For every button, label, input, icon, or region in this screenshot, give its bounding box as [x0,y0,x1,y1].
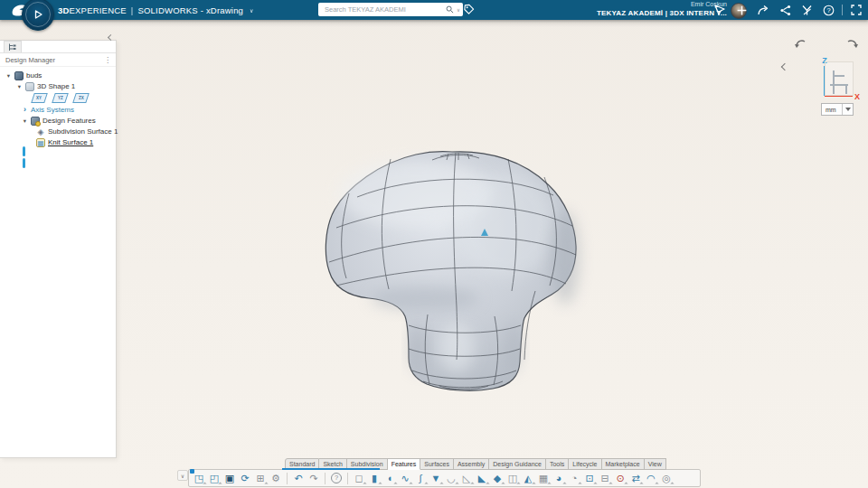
physical-product-icon [14,71,24,80]
panel-title: Design Manager [5,56,55,64]
tree-item-axis-systems[interactable]: › Axis Systems [0,105,116,115]
tenant-name: TEKYAZ AKADEMİ | 3DX INTERN T... [597,9,727,18]
loft-icon[interactable]: ▼ [429,471,443,485]
expander-open-icon[interactable]: ▾ [22,117,28,125]
draft-icon[interactable]: ◺ [459,471,474,485]
edit-indicator-bar [23,158,25,168]
view-back-chevron[interactable] [779,61,790,72]
tree-icon [8,43,17,52]
tree-item-buds[interactable]: ▾ buds [0,70,116,80]
svg-text:?: ? [826,6,830,14]
tab-lifecycle[interactable]: Lifecycle [569,458,601,470]
tab-features[interactable]: Features [388,458,421,470]
tag-icon[interactable] [463,4,475,15]
tab-design-guidance[interactable]: Design Guidance [489,458,546,470]
separator[interactable] [347,473,348,484]
tab-view[interactable]: View [645,458,666,470]
extrude-icon[interactable]: ▮ [367,471,382,485]
add-icon[interactable] [733,2,750,18]
edit-indicator-bar [23,146,25,156]
tab-assembly[interactable]: Assembly [454,458,489,470]
plane-yz-icon[interactable]: YZ [52,93,69,103]
tree-item-subdivision-surface[interactable]: ◈ Subdivision Surface 1 [0,127,116,136]
tree-item-planes: XY YZ ZX [0,92,116,104]
collaborate-icon[interactable] [777,2,793,18]
wrap-icon[interactable]: ◔ [567,471,581,485]
orientation-widget[interactable]: Z X [810,54,855,105]
viewport-3d[interactable]: Z X mm [0,20,868,488]
orientation-frame [825,61,854,96]
save-icon[interactable]: ▣ [222,471,237,485]
rotate-left-icon[interactable] [794,38,807,49]
search-scope-caret-icon[interactable]: ∨ [457,7,460,13]
tree-view-tab[interactable] [4,41,22,52]
dome-icon[interactable]: ◠ [644,471,658,485]
panel-header: Design Manager ⋮ [0,53,116,67]
tree-item-label: 3D Shape 1 [37,82,75,90]
design-manager-panel: Design Manager ⋮ ▾ buds ▾ 3D Shape 1 XY … [0,40,117,458]
subdivision-surface-icon: ◈ [36,127,45,136]
panel-tab-row [0,41,116,53]
search-icon[interactable] [446,5,454,14]
undo-icon[interactable]: ↶ [291,471,306,485]
rotate-right-icon[interactable] [846,38,859,49]
shell-icon[interactable]: ◡ [444,471,458,485]
fillet-icon[interactable]: ◣ [475,471,489,485]
sweep-spline-icon[interactable]: ∫ [413,471,428,485]
brand-divider: | [131,5,134,15]
chamfer-icon[interactable]: ◆ [490,471,505,485]
global-search[interactable]: ∨ [318,3,463,16]
expander-closed-icon[interactable]: › [22,107,28,113]
publish-icon[interactable]: ◳ [192,471,206,485]
kebab-menu-icon[interactable]: ⋮ [103,56,112,64]
swym-icon[interactable] [798,2,815,18]
separator[interactable] [287,473,288,484]
units-dropdown[interactable]: mm [821,103,854,116]
sync-icon[interactable]: ⟳ [238,471,252,485]
pattern-icon[interactable]: ▦ [536,471,551,485]
tree-item-design-features[interactable]: ▾ Design Features [0,116,116,126]
share-icon[interactable] [755,2,771,18]
app-title: 3DEXPERIENCE | SOLIDWORKS - xDrawing ∨ [58,5,254,15]
thicken-icon[interactable]: ◎ [659,471,674,485]
app-name: SOLIDWORKS - xDrawing [137,5,243,15]
edge-fillet-icon[interactable]: ◕ [552,471,566,485]
user-info[interactable]: Emir Coşkun TEKYAZ AKADEMİ | 3DX INTERN … [597,1,727,18]
toolbar-overflow-chevron[interactable]: ∨ [177,470,188,481]
play-session-icon[interactable] [712,2,728,18]
move-face-icon[interactable]: ⇄ [628,471,643,485]
app-switcher-caret-icon[interactable]: ∨ [250,7,254,14]
help-icon[interactable]: ? [820,2,836,18]
open-icon[interactable]: ◰ [207,471,222,485]
cavity-icon[interactable]: ⊙ [613,471,627,485]
plane-xy-icon[interactable]: XY [31,93,48,103]
combine-icon[interactable]: ⊡ [582,471,597,485]
tab-surfaces[interactable]: Surfaces [420,458,454,470]
primitive-icon[interactable]: ◻ [352,471,366,485]
axis-x-label: X [854,92,860,101]
separator[interactable] [325,473,326,484]
redo-icon[interactable]: ↷ [307,471,321,485]
revolve-icon[interactable]: ◖ [382,471,397,485]
search-input[interactable] [323,5,443,14]
tree-item-label: buds [26,71,42,80]
fullscreen-icon[interactable] [848,2,864,18]
help-icon[interactable]: ? [329,471,344,485]
settings-icon[interactable]: ⚙ [269,471,283,485]
expander-open-icon[interactable]: ▾ [16,83,23,90]
expander-open-icon[interactable]: ▾ [5,72,12,80]
units-caret-icon[interactable] [842,104,853,115]
mirror-icon[interactable]: ◫ [505,471,520,485]
tab-marketplace[interactable]: Marketplace [602,458,645,470]
tree-item-knit-surface[interactable]: ▦ Knit Surface 1 [0,137,116,147]
viewport-shadow [0,20,868,27]
tree-item-label: Axis Systems [31,106,74,114]
sweep-icon[interactable]: ∿ [398,471,412,485]
plane-zx-icon[interactable]: ZX [72,93,90,103]
duplicate-icon[interactable]: ⊞ [253,471,268,485]
rib-icon[interactable]: ◭ [521,471,535,485]
tab-tools[interactable]: Tools [546,458,569,470]
split-icon[interactable]: ⊟ [598,471,612,485]
panel-collapse-chevron[interactable] [105,33,116,42]
tree-item-3d-shape[interactable]: ▾ 3D Shape 1 [0,81,116,91]
